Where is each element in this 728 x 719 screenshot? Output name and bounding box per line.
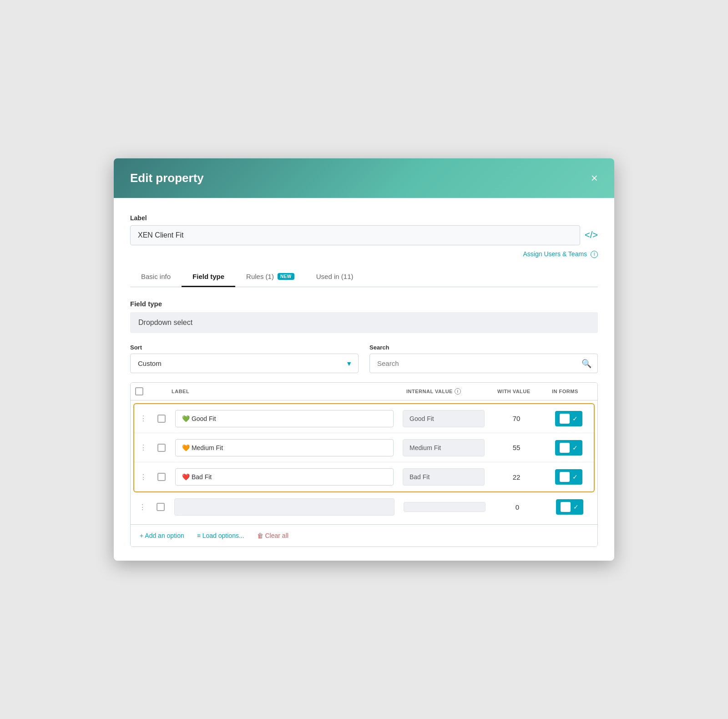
code-icon[interactable]: </> bbox=[585, 230, 598, 240]
in-forms-cell: ✓ bbox=[544, 407, 594, 430]
in-forms-toggle[interactable]: ✓ bbox=[556, 499, 583, 515]
value-cell bbox=[399, 498, 490, 516]
sort-label: Sort bbox=[130, 344, 359, 351]
row-checkbox[interactable] bbox=[157, 415, 166, 423]
row-checkbox[interactable] bbox=[157, 473, 166, 481]
label-form-group: Label </> Assign Users & Teams i bbox=[130, 214, 598, 258]
label-field-label: Label bbox=[130, 214, 598, 222]
search-input[interactable] bbox=[369, 354, 598, 373]
toggle-square bbox=[560, 472, 570, 482]
row-checkbox[interactable] bbox=[157, 503, 165, 511]
internal-value-display bbox=[404, 502, 485, 512]
sort-group: Sort Custom Alphabetical Numerical ▼ bbox=[130, 344, 359, 373]
header-in-forms: IN FORMS bbox=[547, 387, 597, 395]
drag-handle[interactable]: ⋮ bbox=[134, 473, 152, 481]
value-cell: Medium Fit bbox=[398, 435, 489, 460]
row-checkbox-cell bbox=[152, 503, 170, 511]
field-type-value: Dropdown select bbox=[130, 312, 598, 333]
internal-value-display: Bad Fit bbox=[403, 468, 485, 486]
in-forms-toggle[interactable]: ✓ bbox=[555, 469, 582, 485]
modal-header: Edit property × bbox=[114, 158, 614, 198]
header-drag-cell bbox=[149, 387, 167, 395]
field-type-label: Field type bbox=[130, 300, 598, 308]
tab-used-in[interactable]: Used in (11) bbox=[305, 267, 364, 287]
label-cell bbox=[171, 435, 398, 460]
field-type-group: Field type Dropdown select bbox=[130, 300, 598, 333]
load-options-button[interactable]: ≡ Load options... bbox=[197, 532, 244, 539]
header-label: LABEL bbox=[167, 387, 402, 395]
row-checkbox-cell bbox=[152, 473, 171, 481]
table-footer: + Add an option ≡ Load options... 🗑 Clea… bbox=[131, 524, 597, 547]
tab-field-type[interactable]: Field type bbox=[182, 267, 235, 287]
sort-search-row: Sort Custom Alphabetical Numerical ▼ Sea… bbox=[130, 344, 598, 373]
toggle-square bbox=[560, 414, 570, 424]
sort-select-wrapper: Custom Alphabetical Numerical ▼ bbox=[130, 354, 359, 373]
assign-link-container: Assign Users & Teams i bbox=[130, 250, 598, 258]
in-forms-cell: ✓ bbox=[544, 466, 594, 488]
with-value-cell: 55 bbox=[489, 440, 544, 455]
modal-title: Edit property bbox=[130, 171, 204, 185]
clear-all-button[interactable]: 🗑 Clear all bbox=[257, 532, 288, 539]
option-label-input[interactable] bbox=[174, 498, 394, 516]
search-group: Search 🔍 bbox=[369, 344, 598, 373]
row-checkbox-cell bbox=[152, 415, 171, 423]
modal-body: Label </> Assign Users & Teams i Basic i… bbox=[114, 198, 614, 561]
load-options-label: ≡ Load options... bbox=[197, 532, 244, 539]
value-cell: Good Fit bbox=[398, 406, 489, 431]
label-cell bbox=[171, 406, 398, 431]
internal-value-display: Good Fit bbox=[403, 410, 485, 427]
new-badge: NEW bbox=[278, 273, 294, 280]
toggle-check-icon: ✓ bbox=[572, 473, 578, 481]
search-label: Search bbox=[369, 344, 598, 351]
sort-select[interactable]: Custom Alphabetical Numerical bbox=[130, 354, 359, 373]
toggle-check-icon: ✓ bbox=[572, 444, 578, 451]
row-checkbox[interactable] bbox=[157, 444, 166, 452]
header-checkbox[interactable] bbox=[135, 387, 143, 395]
label-input-row: </> bbox=[130, 225, 598, 245]
table-row: ⋮ Medium Fit 55 ✓ bbox=[134, 433, 594, 462]
selection-box: ⋮ Good Fit 70 ✓ bbox=[133, 403, 595, 492]
toggle-square bbox=[560, 443, 570, 453]
options-table: LABEL INTERNAL VALUE i WITH VALUE IN FOR… bbox=[130, 382, 598, 547]
tab-basic-info[interactable]: Basic info bbox=[130, 267, 182, 287]
drag-handle[interactable]: ⋮ bbox=[133, 503, 152, 511]
row-checkbox-cell bbox=[152, 444, 171, 452]
assign-users-teams-link[interactable]: Assign Users & Teams i bbox=[523, 250, 598, 258]
label-text-input[interactable] bbox=[130, 225, 580, 245]
close-button[interactable]: × bbox=[591, 172, 598, 184]
with-value-cell: 70 bbox=[489, 411, 544, 426]
tabs-container: Basic info Field type Rules (1) NEW Used… bbox=[130, 267, 598, 287]
table-row: ⋮ Bad Fit 22 ✓ bbox=[134, 462, 594, 491]
drag-handle[interactable]: ⋮ bbox=[134, 414, 152, 423]
in-forms-toggle[interactable]: ✓ bbox=[555, 411, 582, 426]
toggle-check-icon: ✓ bbox=[573, 503, 579, 511]
internal-value-info-icon: i bbox=[455, 388, 461, 395]
toggle-check-icon: ✓ bbox=[572, 415, 578, 422]
table-row: ⋮ Good Fit 70 ✓ bbox=[134, 404, 594, 433]
value-cell: Bad Fit bbox=[398, 465, 489, 489]
search-wrapper: 🔍 bbox=[369, 354, 598, 373]
internal-value-display: Medium Fit bbox=[403, 439, 485, 456]
toggle-square bbox=[561, 502, 571, 512]
header-with-value: WITH VALUE bbox=[493, 387, 547, 395]
assign-info-icon: i bbox=[591, 251, 598, 258]
option-label-input[interactable] bbox=[175, 410, 394, 427]
in-forms-toggle[interactable]: ✓ bbox=[555, 440, 582, 456]
add-option-button[interactable]: + Add an option bbox=[140, 532, 184, 539]
option-label-input[interactable] bbox=[175, 468, 394, 486]
with-value-cell: 0 bbox=[490, 500, 545, 515]
table-row: ⋮ 0 ✓ bbox=[133, 492, 595, 522]
in-forms-cell: ✓ bbox=[544, 436, 594, 459]
option-label-input[interactable] bbox=[175, 439, 394, 456]
in-forms-cell: ✓ bbox=[545, 496, 595, 518]
label-cell bbox=[170, 495, 399, 519]
clear-all-label: 🗑 Clear all bbox=[257, 532, 288, 539]
header-checkbox-cell bbox=[131, 387, 149, 395]
edit-property-modal: Edit property × Label </> Assign Users &… bbox=[114, 158, 614, 561]
add-option-label: + Add an option bbox=[140, 532, 184, 539]
label-cell bbox=[171, 465, 398, 489]
drag-handle[interactable]: ⋮ bbox=[134, 443, 152, 452]
tab-rules[interactable]: Rules (1) NEW bbox=[235, 267, 305, 287]
search-icon: 🔍 bbox=[581, 359, 592, 369]
header-internal-value: INTERNAL VALUE i bbox=[402, 387, 493, 395]
